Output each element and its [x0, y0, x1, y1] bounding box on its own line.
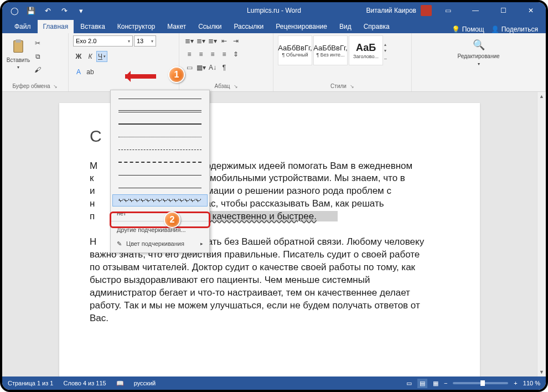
highlight-icon[interactable]: ab	[85, 66, 96, 78]
underline-dashdot[interactable]	[112, 169, 208, 181]
text-effects-icon[interactable]: A	[73, 66, 84, 78]
bold-button[interactable]: Ж	[73, 51, 84, 62]
justify-icon[interactable]: ≡	[219, 49, 230, 60]
minimize-icon[interactable]: —	[464, 2, 487, 19]
underline-dashed[interactable]	[112, 143, 208, 156]
view-web-icon[interactable]: ▦	[433, 380, 438, 387]
share-button[interactable]: 👤 Поделиться	[491, 25, 538, 33]
status-spellcheck-icon[interactable]: 📖	[116, 380, 124, 387]
align-left-icon[interactable]: ≡	[184, 49, 195, 60]
tab-file[interactable]: Файл	[9, 20, 37, 33]
ribbon-display-icon[interactable]: ▭	[436, 2, 459, 19]
tab-review[interactable]: Рецензирование	[270, 20, 333, 33]
redo-icon[interactable]: ↷	[58, 4, 71, 17]
editing-button[interactable]: 🔍 Редактирование ▾	[416, 35, 541, 70]
underline-button[interactable]: Ч ▾	[96, 51, 107, 62]
numbering-icon[interactable]: ≣▾	[195, 35, 206, 47]
svg-rect-1	[15, 39, 20, 43]
group-clipboard-label: Буфер обмена	[13, 83, 50, 89]
increase-indent-icon[interactable]: ⇥	[230, 35, 241, 47]
underline-dashlong[interactable]	[112, 156, 208, 168]
chevron-right-icon: ▸	[200, 241, 203, 246]
tab-view[interactable]: Вид	[334, 20, 357, 33]
sort-icon[interactable]: A↓	[207, 62, 218, 73]
tab-help[interactable]: Справка	[358, 20, 395, 33]
autosave-toggle-icon[interactable]: ◯	[8, 4, 21, 17]
status-language[interactable]: русский	[134, 380, 156, 386]
group-styles: АаБбВвГг,¶ Обычный АаБбВвГг,¶ Без инте..…	[273, 33, 412, 91]
window-title: Lumpics.ru - Word	[247, 7, 301, 14]
tab-insert[interactable]: Вставка	[75, 20, 111, 33]
underline-double[interactable]	[112, 105, 208, 117]
document-area[interactable]: C Мтов, одержимых идеей помогать Вам в е…	[2, 92, 537, 376]
styles-dialog-icon[interactable]: ↘	[350, 84, 354, 89]
underline-dashdotdot[interactable]	[112, 182, 208, 194]
user-name[interactable]: Виталий Каиров	[366, 7, 416, 14]
tab-references[interactable]: Ссылки	[193, 20, 227, 33]
tab-home[interactable]: Главная	[38, 20, 74, 33]
clipboard-dialog-icon[interactable]: ↘	[53, 84, 58, 89]
borders-icon[interactable]: ▦▾	[195, 62, 206, 73]
align-center-icon[interactable]: ≡	[195, 49, 206, 60]
shading-icon[interactable]: ▭	[184, 62, 195, 73]
qat-customize-icon[interactable]: ▾	[74, 4, 87, 17]
cut-icon[interactable]: ✂	[32, 38, 43, 49]
status-bar: Страница 1 из 1 Слово 4 из 115 📖 русский…	[2, 376, 546, 390]
show-marks-icon[interactable]: ¶	[219, 62, 230, 73]
view-read-icon[interactable]: ▭	[406, 380, 412, 387]
pencil-icon: ✎	[117, 240, 122, 247]
view-print-icon[interactable]: ▤	[417, 379, 427, 388]
style-nospacing[interactable]: АаБбВвГг,¶ Без инте...	[313, 35, 348, 65]
tab-layout[interactable]: Макет	[162, 20, 192, 33]
scroll-down-icon[interactable]: ▼	[537, 368, 546, 376]
zoom-in-icon[interactable]: +	[514, 380, 517, 386]
bullets-icon[interactable]: ≣▾	[184, 35, 195, 47]
group-paragraph: ≣▾ ≣▾ ≣▾ ⇤ ⇥ ≡ ≡ ≡ ≡ ⇕ ▭ ▦▾ A↓ ¶ Абзац↘	[179, 33, 273, 91]
group-clipboard: Вставить ▾ ✂ ⧉ 🖌 Буфер обмена↘	[2, 33, 69, 91]
paste-button[interactable]: Вставить ▾	[7, 35, 30, 72]
underline-color[interactable]: ✎Цвет подчеркивания▸	[112, 237, 208, 250]
zoom-value[interactable]: 110 %	[523, 380, 540, 386]
italic-button[interactable]: К	[85, 51, 96, 62]
scroll-up-icon[interactable]: ▲	[537, 92, 546, 101]
ribbon-tabs: Файл Главная Вставка Конструктор Макет С…	[2, 19, 546, 33]
multilevel-icon[interactable]: ≣▾	[207, 35, 218, 47]
tell-me-icon[interactable]: 💡 Помощ	[452, 25, 484, 33]
zoom-out-icon[interactable]: −	[444, 380, 447, 386]
font-size-combo[interactable]: 13▾	[134, 35, 156, 47]
styles-more-icon[interactable]: ▴▾⎯	[384, 42, 387, 59]
save-icon[interactable]: 💾	[24, 4, 38, 17]
tab-design[interactable]: Конструктор	[112, 20, 161, 33]
status-page[interactable]: Страница 1 из 1	[8, 380, 53, 386]
underline-wavy[interactable]	[112, 194, 208, 207]
style-heading1[interactable]: АаБЗаголово...	[349, 35, 383, 65]
group-styles-label: Стили	[330, 83, 347, 89]
zoom-slider[interactable]	[453, 382, 508, 384]
align-right-icon[interactable]: ≡	[207, 49, 218, 60]
avatar[interactable]	[421, 5, 432, 16]
vertical-scrollbar[interactable]: ▲ ▼	[537, 92, 546, 376]
maximize-icon[interactable]: ☐	[492, 2, 515, 19]
format-painter-icon[interactable]: 🖌	[32, 64, 43, 75]
style-normal[interactable]: АаБбВвГг,¶ Обычный	[278, 35, 312, 65]
underline-single[interactable]	[112, 92, 208, 105]
font-name-combo[interactable]: Exo 2.0▾	[73, 35, 133, 47]
qat-left: ◯ 💾 ↶ ↷ ▾	[2, 4, 87, 17]
close-icon[interactable]: ✕	[519, 2, 542, 19]
annotation-badge-2: 2	[164, 212, 180, 228]
group-editing: 🔍 Редактирование ▾	[412, 33, 546, 91]
tab-mailings[interactable]: Рассылки	[228, 20, 269, 33]
underline-dotted[interactable]	[112, 131, 208, 143]
underline-none[interactable]: нет	[112, 207, 208, 219]
undo-icon[interactable]: ↶	[41, 4, 54, 17]
qat-right: Виталий Каиров ▭ — ☐ ✕	[366, 2, 546, 19]
line-spacing-icon[interactable]: ⇕	[230, 49, 241, 60]
clipboard-icon	[11, 38, 26, 55]
status-words[interactable]: Слово 4 из 115	[63, 380, 106, 386]
search-icon: 🔍	[473, 39, 485, 51]
paragraph-dialog-icon[interactable]: ↘	[234, 84, 238, 89]
decrease-indent-icon[interactable]: ⇤	[219, 35, 230, 47]
underline-other[interactable]: Другие подчеркивания...	[112, 223, 208, 236]
copy-icon[interactable]: ⧉	[32, 51, 43, 62]
underline-thick[interactable]	[112, 118, 208, 130]
